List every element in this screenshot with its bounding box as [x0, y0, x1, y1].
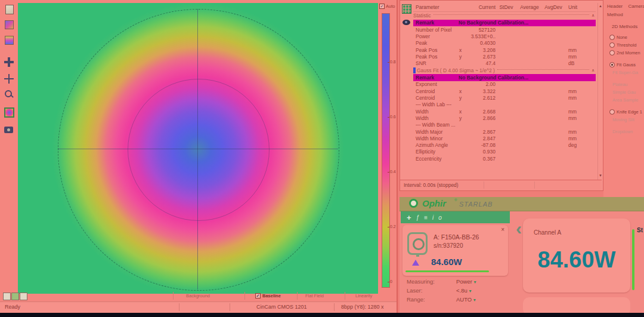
table-row[interactable]: --- Width Lab --- — [413, 101, 596, 108]
measuring-select[interactable]: Power ▾ — [456, 278, 476, 285]
info-icon[interactable]: i — [432, 214, 434, 221]
table-row[interactable]: Ellipticity0.930 — [413, 149, 596, 155]
sensor-icon — [407, 232, 428, 255]
table-row[interactable]: Peak Posx3.208mm — [413, 47, 596, 53]
starlab-titlebar: Ophir ® STARLAB — [400, 197, 644, 211]
laser-warning-icon — [412, 260, 419, 266]
range-label: Range: — [407, 296, 425, 303]
laser-select[interactable]: <.8u ▾ — [456, 287, 471, 294]
list-icon[interactable]: ≡ — [424, 214, 428, 221]
calibration-baseline[interactable]: ✓ Baseline — [255, 293, 281, 298]
options-icon[interactable]: o — [438, 214, 442, 221]
table-row[interactable]: Centroidx3.322mm — [413, 88, 596, 94]
method-option-knife-edge-1[interactable]: Knife Edge 1 — [609, 108, 644, 116]
checkbox-check-icon: ✓ — [379, 4, 385, 9]
gradient-icon[interactable] — [5, 36, 14, 45]
device-reading: 84.60W — [431, 257, 462, 267]
tab-method[interactable]: Method — [607, 12, 623, 17]
table-row[interactable]: Azimuth Angle-87.08deg — [413, 141, 596, 148]
table-group-row[interactable]: Gauss Fit ( D 4.00 Sigma ~ 1/e^2 )∧ — [413, 67, 596, 75]
device-card[interactable]: × A: F150A-BB-26 s/n:937920 84.60W — [402, 225, 508, 276]
caret-down-icon: ▾ — [474, 279, 476, 285]
table-row[interactable]: Widthx2.668mm — [413, 108, 596, 115]
tab-camera[interactable]: Camera — [628, 4, 644, 9]
table-view-icon[interactable] — [402, 4, 411, 14]
remark-row[interactable]: RemarkNo Background Calibration... — [413, 20, 596, 27]
device-serial: s/n:937920 — [434, 242, 463, 249]
table-row[interactable]: Peak0.4030 — [413, 40, 596, 47]
add-device-button[interactable]: + — [407, 213, 411, 222]
colorbar-tick: 0.4 — [390, 170, 396, 174]
method-option-fit-super-ga: Fit Super-Ga — [609, 69, 644, 76]
interval-status: Interval: 0.00s (stopped) — [404, 182, 459, 188]
brand-suffix: STARLAB — [459, 201, 493, 208]
camera-icon[interactable] — [4, 127, 13, 133]
beam-display[interactable] — [18, 3, 378, 294]
bottom-strip — [0, 313, 644, 317]
table-row[interactable]: Number of Pixel527120 — [413, 26, 596, 33]
calibration-linearity[interactable]: Linearity — [355, 293, 372, 298]
interval-bar: Interval: 0.00s (stopped) — [400, 180, 602, 190]
beam-toolbar — [0, 0, 18, 313]
view-2d-icon[interactable] — [4, 107, 14, 118]
method-option-simple-gau: Simple Gau — [609, 88, 644, 96]
zoom-icon[interactable] — [4, 90, 14, 99]
table-row[interactable]: Eccentricity0.367 — [413, 155, 596, 162]
calibration-bar: Background ✓ Baseline Flat Field Lineari… — [0, 291, 397, 301]
colorbar-area: ✓ Auto 0.8 0.6 0.4 0.2 0 — [378, 0, 397, 301]
results-window: Parameter Current StDev Average AvgDev U… — [400, 0, 603, 191]
reset-icon[interactable] — [20, 293, 27, 300]
results-rows: Statistic∧RemarkNo Background Calibratio… — [413, 12, 596, 162]
range-select[interactable]: AUTO ▾ — [456, 296, 476, 303]
table-row[interactable]: Widthy2.866mm — [413, 115, 596, 121]
starlab-window: Ophir ® STARLAB + ƒ ≡ i o × A: F150A-BB-… — [400, 197, 644, 313]
move-icon[interactable] — [4, 57, 14, 67]
method-option-2nd-momen[interactable]: 2nd Momen — [609, 49, 644, 57]
crosshair-icon[interactable] — [4, 74, 14, 84]
apply-icon[interactable] — [11, 293, 19, 300]
table-row[interactable]: SNR47.4dB — [413, 60, 596, 66]
method-option-fit-gauss[interactable]: Fit Gauss — [609, 61, 644, 69]
table-row[interactable]: Exponent2.00 — [413, 81, 596, 88]
remark-row[interactable]: RemarkNo Background Calibration... — [413, 74, 596, 81]
results-table: Parameter Current StDev Average AvgDev U… — [413, 3, 596, 162]
calibration-flat-field[interactable]: Flat Field — [305, 293, 324, 298]
method-option-threshold[interactable]: Threshold — [609, 41, 644, 49]
calibration-background[interactable]: Background — [186, 293, 210, 298]
palette-icon[interactable] — [5, 20, 14, 29]
auto-scale-checkbox[interactable]: ✓ Auto — [379, 4, 395, 9]
method-options: NoneThreshold2nd MomenFit Gauss Fit Supe… — [609, 33, 644, 136]
status-format: 8bpp (Y8): 1280 x — [341, 304, 384, 310]
table-header: Parameter Current StDev Average AvgDev U… — [413, 3, 596, 12]
brand-name: Ophir — [422, 198, 446, 208]
baseline-checkbox[interactable]: ✓ — [255, 293, 261, 298]
method-option-none[interactable]: None — [609, 33, 644, 41]
eye-icon[interactable] — [402, 20, 410, 25]
scroll-down-icon[interactable]: ▼ — [598, 174, 603, 177]
ophir-logo-icon — [409, 199, 418, 208]
caret-down-icon: ▾ — [473, 297, 476, 303]
collapse-chevron-icon[interactable]: ‹ — [516, 221, 522, 236]
table-group-row[interactable]: Statistic∧ — [413, 12, 596, 20]
method-option-moving-slit: Moving Slit — [609, 116, 644, 124]
layout-icon[interactable] — [3, 293, 11, 300]
auto-label: Auto — [386, 4, 395, 9]
table-row[interactable]: --- Width Beam ... — [413, 122, 596, 128]
functions-icon[interactable]: ƒ — [416, 214, 420, 221]
scroll-up-icon[interactable]: ▲ — [598, 4, 603, 8]
table-row[interactable]: Peak Posy2.673mm — [413, 53, 596, 60]
tab-header[interactable]: Header — [607, 4, 623, 9]
status-ready: Ready — [5, 304, 20, 310]
device-name: A: F150A-BB-26 — [434, 233, 479, 241]
file-icon[interactable] — [5, 5, 14, 14]
reading-underline — [405, 270, 489, 272]
beam-profiler-window: ✓ Auto 0.8 0.6 0.4 0.2 0 Background ✓ Ba… — [0, 0, 398, 313]
table-row[interactable]: Width Minor2.847mm — [413, 135, 596, 141]
table-row[interactable]: Width Major2.867mm — [413, 128, 596, 135]
side-accent-bar — [632, 229, 634, 290]
close-icon[interactable]: × — [501, 226, 504, 233]
method-option-plateau: Plateau — [609, 81, 644, 88]
table-row[interactable]: Centroidy2.612mm — [413, 94, 596, 101]
table-scrollbar[interactable]: ▲ ▼ — [597, 3, 603, 180]
table-row[interactable]: Power3.533E+0.. — [413, 33, 596, 39]
